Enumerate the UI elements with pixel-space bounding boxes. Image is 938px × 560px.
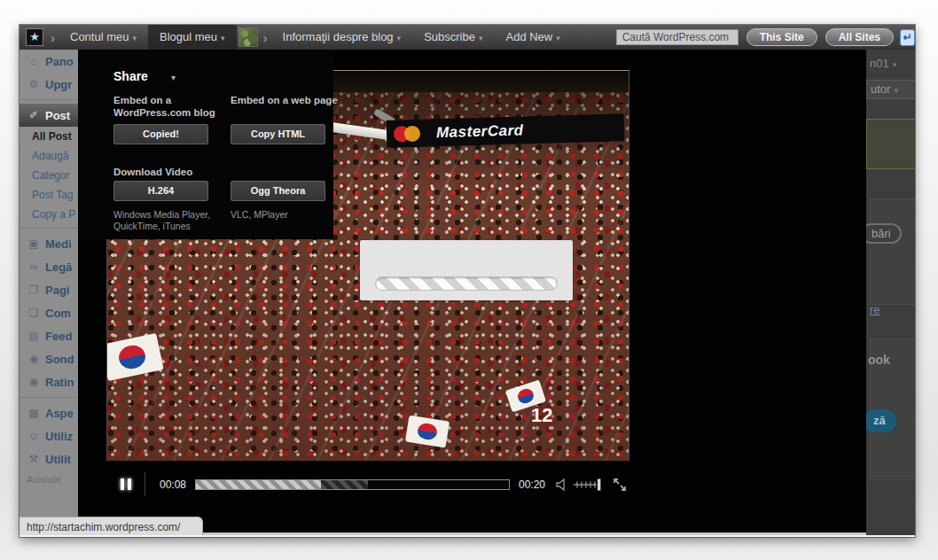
all-sites-button[interactable]: All Sites [825, 28, 894, 46]
sidebar-item-label: Aspe [45, 407, 74, 420]
copy-html-button[interactable]: Copy HTML [231, 124, 325, 144]
sidebar-item-label: Post [45, 109, 70, 122]
volume-slider[interactable] [573, 478, 603, 492]
this-site-button[interactable]: This Site [746, 28, 817, 46]
ogg-players-note: VLC, MPlayer [231, 209, 346, 221]
jersey-number: 12 [531, 404, 552, 427]
menu-add-new[interactable]: Add New▾ [494, 25, 571, 50]
sidebar-item-polls[interactable]: ◉ Sond [20, 347, 78, 370]
sidebar-item-appearance[interactable]: ▦ Aspe [20, 401, 78, 424]
sidebar-item-users[interactable]: ☺ Utiliz [20, 424, 78, 447]
facebook-label-fragment: ook [868, 353, 890, 367]
admin-page: ⌂ Pano ⚙ Upgr ✐ Post All Post Adaugă Cat… [20, 50, 915, 537]
sidebar-item-label: Upgr [45, 78, 72, 91]
sidebar-item-ratings[interactable]: ◉ Ratin [20, 370, 78, 393]
sidebar-item-feedback[interactable]: ▤ Feed [20, 324, 78, 347]
sidebar-item-label: Medi [45, 237, 72, 251]
sidebar-item-label: Sond [45, 353, 74, 366]
caret-down-icon: ▾ [894, 86, 898, 95]
sidebar-item-label: Ratin [45, 376, 74, 389]
video-controls-bar: 00:08 00:20 [106, 472, 629, 496]
pause-button[interactable] [106, 472, 145, 496]
sidebar-item-label: Pano [45, 55, 74, 68]
video-lightbox: MasterCard 12 Share▾ Embed on a WordPres… [78, 50, 866, 533]
sidebar-item-label: Utiliz [45, 430, 73, 443]
sidebar-item-posts[interactable]: ✐ Post [20, 104, 78, 127]
sidebar-item-tools[interactable]: ⚒ Utilit [20, 447, 78, 471]
fullscreen-icon[interactable] [613, 478, 627, 492]
username-fragment: n01▾ [870, 57, 896, 70]
sidebar-item-label: Copy a P [32, 208, 75, 221]
status-bar-url: http://startachim.wordpress.com/ [20, 517, 203, 537]
admin-bar: ★ › Contul meu▾ Blogul meu▾ › Informaţii… [20, 25, 915, 50]
korean-flag [405, 416, 449, 448]
search-input[interactable] [616, 29, 739, 45]
menu-label: Informaţii despre blog [283, 30, 394, 43]
sidebar-item-media[interactable]: ▣ Medi [20, 232, 78, 255]
sidebar-item-available-tools[interactable]: Availabl [20, 471, 78, 488]
sidebar-item-label: Legă [45, 261, 72, 274]
ratings-icon: ◉ [27, 376, 41, 388]
share-panel: Share▾ Embed on a WordPress.com blog Emb… [78, 50, 333, 239]
update-button-fragment[interactable]: ză [866, 409, 896, 432]
blog-avatar[interactable] [238, 27, 258, 47]
comments-icon: ❏ [27, 307, 41, 319]
embed-web-label: Embed on a web page [231, 94, 346, 106]
mastercard-banner: MasterCard [387, 113, 625, 147]
menu-informatii-despre-blog[interactable]: Informaţii despre blog▾ [271, 25, 413, 50]
sidebar-item-label: Feed [45, 330, 72, 343]
sidebar-item-label: Post Tag [32, 189, 73, 201]
sidebar-item-dashboard[interactable]: ⌂ Pano [20, 50, 78, 73]
sidebar-item-label: Com [45, 307, 71, 320]
buffering-indicator [360, 240, 573, 300]
seek-bar-buffered [321, 480, 368, 489]
sidebar-item-pages[interactable]: ❐ Pagi [20, 278, 78, 301]
h264-download-button[interactable]: H.264 [113, 181, 208, 201]
menu-blogul-meu[interactable]: Blogul meu▾ [148, 25, 237, 50]
volume-speaker-icon[interactable] [555, 478, 567, 492]
sidebar-item-all-posts[interactable]: All Post [20, 127, 78, 146]
menu-label: Blogul meu [160, 30, 217, 43]
pushpin-icon: ✐ [27, 109, 41, 121]
caret-down-icon: ▾ [556, 34, 560, 43]
sidebar-item-add-new[interactable]: Adaugă [20, 146, 78, 166]
mastercard-banner-text: MasterCard [436, 121, 524, 142]
menu-label: Contul meu [70, 30, 129, 43]
caret-down-icon: ▾ [479, 34, 483, 43]
author-select-fragment[interactable]: utor▾ [866, 80, 915, 99]
elapsed-time: 00:08 [160, 478, 186, 491]
sidebar-item-links[interactable]: ∞ Legă [20, 255, 78, 278]
menu-label: Subscribe [424, 30, 475, 43]
chevron-separator-icon: › [260, 30, 271, 45]
copied-button[interactable]: Copied! [113, 124, 208, 144]
sidebar-item-copy-a-post[interactable]: Copy a P [20, 205, 78, 224]
link-fragment[interactable]: re [870, 303, 880, 316]
sidebar-item-upgrades[interactable]: ⚙ Upgr [20, 73, 78, 96]
admin-sidebar: ⌂ Pano ⚙ Upgr ✐ Post All Post Adaugă Cat… [20, 50, 78, 537]
ogg-theora-download-button[interactable]: Ogg Theora [231, 181, 325, 201]
wordpress-favicon-icon[interactable]: ★ [26, 28, 43, 46]
chevron-separator-icon: › [47, 30, 59, 45]
caret-down-icon: ▾ [171, 73, 176, 82]
share-dropdown[interactable]: Share▾ [113, 69, 176, 83]
caret-down-icon: ▾ [221, 34, 225, 43]
menu-label: Add New [505, 30, 552, 43]
enter-key-icon[interactable]: ↵ [900, 29, 915, 46]
seek-bar[interactable] [195, 479, 510, 490]
embed-blog-label: Embed on a WordPress.com blog [113, 94, 229, 119]
appearance-icon: ▦ [27, 407, 41, 419]
menu-subscribe[interactable]: Subscribe▾ [412, 25, 494, 50]
sidebar-item-categories[interactable]: Categor [20, 166, 78, 185]
pages-icon: ❐ [27, 284, 41, 296]
links-icon: ∞ [27, 261, 41, 273]
sidebar-item-comments[interactable]: ❏ Com [20, 301, 78, 324]
preview-changes-button-fragment[interactable]: bări [866, 223, 902, 244]
caret-down-icon: ▾ [893, 60, 897, 69]
sidebar-item-label: Availabl [27, 474, 60, 485]
h264-players-note: Windows Media Player, QuickTime, iTunes [113, 209, 229, 232]
caret-down-icon: ▾ [132, 34, 137, 43]
menu-contul-meu[interactable]: Contul meu▾ [59, 25, 148, 50]
sidebar-item-post-tags[interactable]: Post Tag [20, 185, 78, 205]
download-video-label: Download Video [113, 166, 246, 178]
browser-viewport: ★ › Contul meu▾ Blogul meu▾ › Informaţii… [20, 25, 915, 537]
